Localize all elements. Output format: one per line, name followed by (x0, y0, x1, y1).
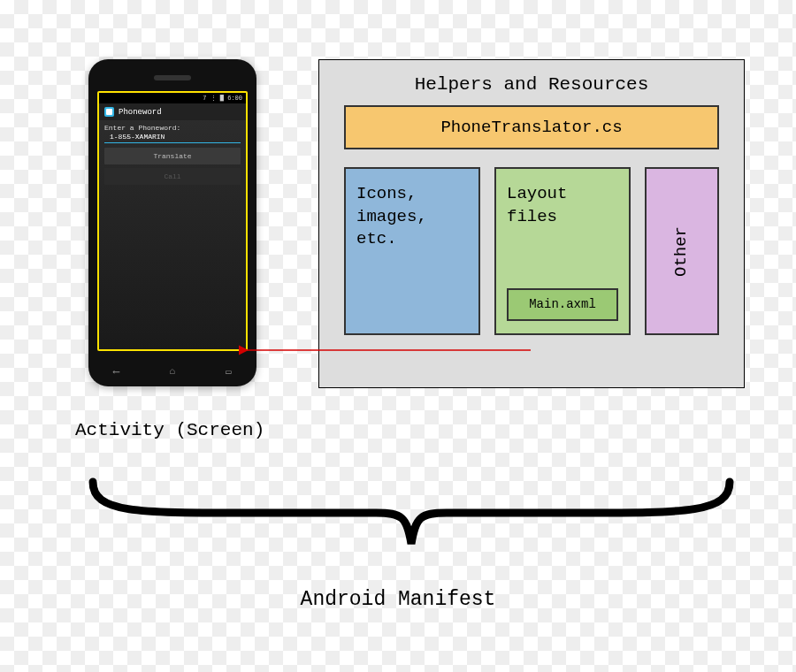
phone-speaker (154, 75, 191, 80)
box-icons: Icons, images, etc. (344, 167, 480, 335)
resource-row: Icons, images, etc. Layout files Main.ax… (344, 167, 719, 335)
resources-panel: Helpers and Resources PhoneTranslator.cs… (318, 59, 745, 388)
app-icon (104, 107, 114, 117)
brace-icon (84, 473, 739, 570)
app-title: Phoneword (119, 108, 162, 117)
input-label: Enter a Phoneword: (99, 120, 246, 133)
phone-screen: 7 ⋮ █ 6:00 Phoneword Enter a Phoneword: … (97, 91, 248, 351)
file-phonetranslator: PhoneTranslator.cs (344, 105, 719, 149)
status-right: 7 ⋮ █ 6:00 (203, 95, 242, 102)
app-bar: Phoneword (99, 103, 246, 120)
home-icon[interactable]: ⌂ (170, 366, 176, 378)
box-other: Other (645, 167, 719, 335)
translate-button[interactable]: Translate (104, 148, 241, 164)
back-icon[interactable]: ⟵ (113, 366, 119, 378)
call-button[interactable]: Call (104, 168, 241, 185)
file-main-axml: Main.axml (507, 288, 618, 321)
status-bar: 7 ⋮ █ 6:00 (99, 93, 246, 103)
arrow-layout-to-screen (243, 345, 535, 363)
box-layout-label: Layout files (507, 184, 567, 226)
caption-activity: Activity (Screen) (75, 420, 264, 440)
caption-manifest: Android Manifest (0, 588, 796, 611)
panel-title: Helpers and Resources (319, 74, 744, 95)
phoneword-input[interactable]: 1-855-XAMARIN (104, 133, 241, 143)
box-layout: Layout files Main.axml (494, 167, 631, 335)
phone-nav: ⟵ ⌂ ▭ (88, 366, 256, 378)
phone-mockup: 7 ⋮ █ 6:00 Phoneword Enter a Phoneword: … (88, 59, 256, 386)
recent-icon[interactable]: ▭ (226, 366, 232, 378)
